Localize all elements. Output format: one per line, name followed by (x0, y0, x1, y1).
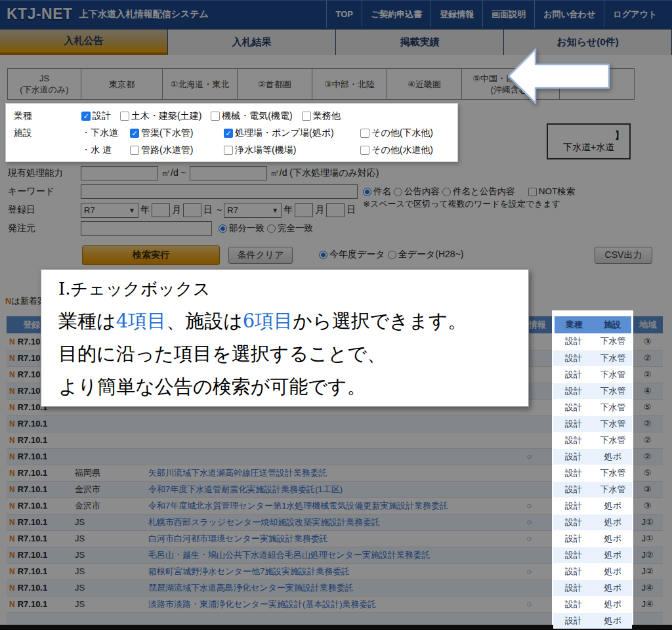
region-kinki[interactable]: ④近畿圏 (387, 68, 462, 100)
regdate-year-select-from[interactable]: R7 ▼ (81, 203, 138, 218)
cell-facility-info[interactable]: ○ (505, 514, 553, 530)
tab-bid-result[interactable]: 入札結果 (168, 30, 336, 55)
cell-facility-info[interactable]: ○ (505, 530, 553, 547)
nav-top[interactable]: TOP (326, 1, 362, 28)
region-hokkaido-tohoku[interactable]: ①北海道・東北 (162, 68, 238, 100)
nav-contact[interactable]: お問い合わせ (534, 1, 604, 28)
cell-orderer (66, 448, 138, 465)
sewer-plus-water-button[interactable]: 】 下水道+水道 (547, 123, 631, 159)
column-header-area[interactable]: 地域 (632, 316, 663, 333)
announcement-link[interactable]: 琵琶湖流域下水道高島浄化センター実施設計業務委託 (148, 583, 354, 593)
industry-option-3[interactable]: 業務他 (302, 110, 341, 122)
region-chubu-hokuriku[interactable]: ③中部・北陸 (312, 68, 387, 100)
cell-facility: 処ポ (594, 497, 632, 514)
regdate-day-input-to[interactable] (326, 203, 345, 217)
capacity-max-input[interactable] (190, 166, 267, 180)
region-js[interactable]: JS (下水道のみ) (7, 68, 81, 100)
tab-bid-announcement[interactable]: 入札公告 (0, 30, 168, 55)
date-text: R7.10.1 (18, 583, 48, 593)
announcement-link[interactable]: 札幌市西部スラッジセンター焼却施設改築実施設計業務委託 (148, 517, 380, 527)
facility-option-1-1[interactable]: 浄水場等(機場) (224, 144, 360, 156)
keyword-target-option-2[interactable]: 件名と公告内容 (442, 186, 515, 198)
region-metropolitan[interactable]: ②首都圏 (237, 68, 312, 100)
facility-option-1-0[interactable]: 管路(水道管) (130, 144, 224, 156)
cell-facility-info[interactable]: ○ (505, 563, 553, 579)
data-scope-option-1[interactable]: 全データ(H28~) (388, 249, 464, 261)
announcement-link[interactable]: 令和7年度下水道管耐震化実施設計業務委託(1工区) (148, 484, 343, 494)
keyword-input[interactable] (81, 184, 358, 199)
cell-industry: 設計 (553, 415, 594, 432)
facility-group-label: ・下水道 (81, 127, 130, 139)
radio-icon (394, 188, 402, 196)
cell-date: NR7.10.1 (7, 465, 66, 481)
year-select-value: R7 (84, 205, 95, 215)
regdate-month-input-to[interactable] (295, 203, 313, 217)
announcement-link[interactable]: 白河市白河都市環境センター実施設計業務委託 (148, 534, 328, 543)
table-row: NR7.10.1設計下水管② (7, 432, 663, 448)
data-scope-option-0[interactable]: 今年度データ (319, 249, 385, 261)
date-text: R7.10.1 (18, 566, 48, 576)
orderer-input[interactable] (81, 221, 212, 236)
region-tokyo[interactable]: 東京都 (81, 68, 163, 100)
keyword-label: キーワード (8, 186, 81, 198)
match-type-option-0[interactable]: 部分一致 (219, 222, 264, 234)
nav-registration-info[interactable]: 登録情報 (430, 1, 482, 28)
facility-sewer-options: ・下水道✓管渠(下水管)✓処理場・ポンプ場(処ポ)その他(下水他) (81, 127, 442, 139)
radio-icon (219, 224, 227, 233)
cell-facility: 処ポ (594, 448, 632, 465)
cell-facility-info[interactable]: ○ (505, 497, 553, 514)
announcement-link[interactable]: 箱根町宮城野浄水センター他7施設実施設計業務委託 (148, 566, 350, 576)
facility-option-1-2[interactable]: その他(水道他) (360, 144, 433, 156)
year-unit: 年 (140, 204, 150, 216)
facility-water-options: ・水 道管路(水道管)浄水場等(機場)その他(水道他) (81, 144, 442, 156)
radio-label: 今年度データ (329, 249, 385, 261)
search-button[interactable]: 検索実行 (82, 245, 220, 265)
announcement-link[interactable]: 毛呂山・越生・鳩山公共下水道組合毛呂山処理センター実施設計業務委託 (148, 550, 430, 560)
announcement-link[interactable]: 矢部川流域下水道瀬高幹線圧送管設計業務委託 (148, 468, 327, 478)
regdate-month-input-from[interactable] (152, 203, 170, 217)
csv-export-button[interactable]: CSV出力 (595, 247, 652, 264)
cell-facility-info[interactable]: ○ (505, 596, 553, 612)
table-row: NR7.10.1設計下水管② (7, 415, 663, 432)
industry-option-1[interactable]: 土木・建築(土建) (120, 110, 201, 122)
cell-facility-info[interactable]: ○ (505, 448, 553, 465)
cell-area: ② (632, 432, 663, 448)
table-row: NR7.10.1JS毛呂山・越生・鳩山公共下水道組合毛呂山処理センター実施設計業… (7, 547, 663, 563)
callout-highlight: 6項目 (243, 310, 293, 332)
industry-option-2[interactable]: 機械・電気(機電) (211, 110, 292, 122)
cell-orderer: 金沢市 (66, 481, 138, 497)
keyword-target-option-1[interactable]: 公告内容 (394, 186, 440, 198)
cell-orderer: JS (66, 530, 138, 547)
announcement-link[interactable]: 淡路市淡路・東浦浄化センター実施設計(基本設計)業務委託 (148, 599, 377, 609)
regdate-year-select-to[interactable]: R7 ▼ (224, 203, 282, 218)
nav-contract-form[interactable]: ご契約申込書 (362, 1, 430, 28)
callout-line3: 目的に沿った項目を選択することで、 (58, 337, 528, 370)
new-badge: N (9, 436, 15, 445)
column-header-biz[interactable]: 業種 (553, 316, 594, 333)
year-unit: 年 (284, 204, 293, 216)
regdate-day-input-from[interactable] (183, 203, 201, 217)
tab-posting-record[interactable]: 掲載実績 (336, 30, 504, 55)
facility-option-0-1[interactable]: ✓処理場・ポンプ場(処ポ) (224, 127, 360, 139)
clear-conditions-button[interactable]: 条件クリア (228, 247, 293, 264)
cell-facility: 下水管 (594, 383, 632, 399)
facility-option-0-0[interactable]: ✓管渠(下水管) (130, 127, 224, 139)
callout-line4: より簡単な公告の検索が可能です。 (58, 370, 528, 403)
callout-highlight: 4項目 (116, 310, 166, 332)
keyword-target-option-0[interactable]: 件名 (363, 186, 391, 198)
not-search-option[interactable]: NOT検索 (528, 186, 576, 198)
announcement-link[interactable]: 令和7年度城北水質管理センター第1水処理機械電気設備更新実施設計業務委託 (148, 501, 448, 511)
cell-area: J② (632, 547, 663, 563)
capacity-min-input[interactable] (81, 166, 158, 180)
facility-option-0-2[interactable]: その他(下水他) (360, 127, 433, 139)
table-row: NR7.10.1金沢市令和7年度城北水質管理センター第1水処理機械電気設備更新実… (7, 497, 663, 514)
checkbox-icon (224, 146, 233, 155)
column-header-fac[interactable]: 施設 (594, 316, 632, 333)
nav-logout[interactable]: ログアウト (604, 1, 665, 28)
match-type-option-1[interactable]: 完全一致 (267, 222, 313, 234)
cell-title: 令和7年度下水道管耐震化実施設計業務委託(1工区) (138, 481, 505, 497)
industry-option-0[interactable]: ✓設計 (81, 110, 111, 122)
checkbox-icon (528, 188, 537, 196)
checkbox-icon: ✓ (81, 112, 91, 121)
nav-screen-guide[interactable]: 画面説明 (482, 1, 534, 28)
